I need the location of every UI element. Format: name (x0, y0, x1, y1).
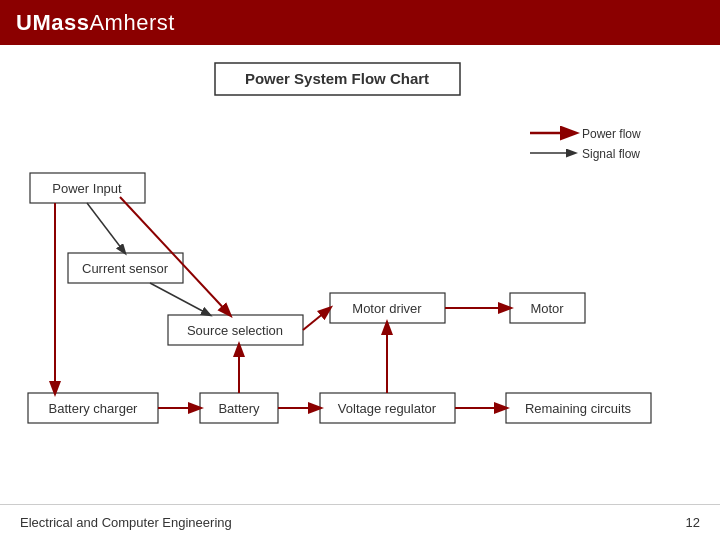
svg-line-16 (303, 308, 330, 330)
node-current-sensor: Current sensor (82, 261, 169, 276)
node-voltage-regulator: Voltage regulator (338, 401, 437, 416)
node-battery: Battery (218, 401, 260, 416)
logo: UMassAmherst (16, 10, 175, 36)
node-power-input: Power Input (52, 181, 122, 196)
footer: Electrical and Computer Engineering 12 (0, 504, 720, 540)
logo-normal: Amherst (89, 10, 174, 35)
main-content: Power System Flow Chart Power flow Signa… (0, 45, 720, 540)
header: UMassAmherst (0, 0, 720, 45)
svg-line-15 (150, 283, 210, 315)
logo-bold: UMass (16, 10, 89, 35)
node-motor: Motor (530, 301, 564, 316)
footer-department: Electrical and Computer Engineering (20, 515, 232, 530)
legend-power-flow: Power flow (582, 127, 641, 141)
footer-page-number: 12 (686, 515, 700, 530)
legend-signal-flow: Signal flow (582, 147, 640, 161)
node-motor-driver: Motor driver (352, 301, 422, 316)
node-remaining-circuits: Remaining circuits (525, 401, 632, 416)
node-source-selection: Source selection (187, 323, 283, 338)
svg-line-13 (87, 203, 125, 253)
node-battery-charger: Battery charger (49, 401, 139, 416)
chart-title: Power System Flow Chart (245, 70, 429, 87)
chart-area: Power System Flow Chart Power flow Signa… (0, 45, 720, 504)
flowchart-svg: Power System Flow Chart Power flow Signa… (0, 45, 720, 465)
